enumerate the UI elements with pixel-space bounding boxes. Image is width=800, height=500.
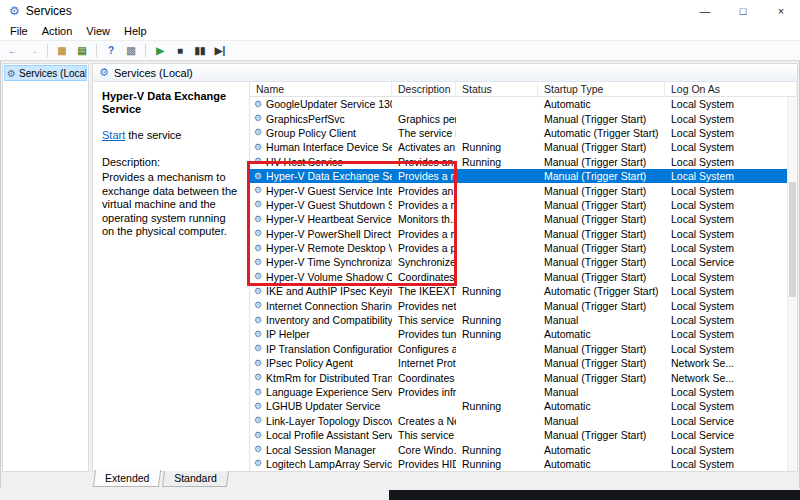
table-row[interactable]: ⚙IPsec Policy AgentInternet Prot...Manua… <box>250 356 797 370</box>
table-row[interactable]: ⚙Inventory and Compatibility...This serv… <box>250 313 797 327</box>
service-gear-icon: ⚙ <box>254 128 262 137</box>
column-header-description[interactable]: Description <box>392 82 456 96</box>
menu-view[interactable]: View <box>79 24 117 38</box>
menu-help[interactable]: Help <box>117 24 154 38</box>
table-row[interactable]: ⚙Group Policy ClientThe service i...Auto… <box>250 126 797 140</box>
maximize-button[interactable]: □ <box>724 0 762 22</box>
column-header-status[interactable]: Status <box>456 82 538 96</box>
service-logon-cell: Network Se... <box>665 357 797 369</box>
table-row[interactable]: ⚙Hyper-V Guest Service Interf...Provides… <box>250 183 797 197</box>
table-row[interactable]: ⚙Logitech LampArray ServiceProvides HID.… <box>250 457 797 471</box>
service-logon-cell: Local System <box>665 400 797 412</box>
scrollbar-thumb[interactable] <box>789 182 796 297</box>
table-row[interactable]: ⚙Hyper-V Data Exchange Serv...Provides a… <box>250 169 797 183</box>
show-console-tree-button[interactable]: ▦ <box>53 43 71 59</box>
table-row[interactable]: ⚙Link-Layer Topology Discove...Creates a… <box>250 414 797 428</box>
table-row[interactable]: ⚙Hyper-V Remote Desktop Vi...Provides a … <box>250 241 797 255</box>
table-row[interactable]: ⚙Hyper-V PowerShell Direct S...Provides … <box>250 227 797 241</box>
stop-service-button[interactable]: ■ <box>171 43 189 59</box>
table-row[interactable]: ⚙Hyper-V Volume Shadow Co...Coordinates … <box>250 270 797 284</box>
tree-item-services-local[interactable]: ⚙ Services (Local) <box>4 65 87 81</box>
restart-service-button[interactable]: ▶| <box>211 43 229 59</box>
minimize-button[interactable]: — <box>686 0 724 22</box>
service-name-cell: ⚙HV Host Service <box>250 156 392 168</box>
service-logon-cell: Local System <box>665 156 797 168</box>
window-bottom-frame <box>0 488 800 500</box>
service-description-cell: This service ... <box>392 429 456 441</box>
close-button[interactable]: × <box>762 0 800 22</box>
service-name-cell: ⚙GoogleUpdater Service 130.... <box>250 98 392 110</box>
service-logon-cell: Local System <box>665 199 797 211</box>
service-description-cell: Activates an... <box>392 141 456 153</box>
table-row[interactable]: ⚙Hyper-V Time Synchronizati...Synchroniz… <box>250 255 797 269</box>
table-row[interactable]: ⚙IP Translation Configuration ...Configu… <box>250 342 797 356</box>
service-logon-cell: Local System <box>665 300 797 312</box>
service-startup-type-cell: Manual (Trigger Start) <box>538 429 665 441</box>
properties-button[interactable]: ▧ <box>122 43 140 59</box>
table-row[interactable]: ⚙Internet Connection Sharing...Provides … <box>250 298 797 312</box>
service-logon-cell: Local System <box>665 242 797 254</box>
service-startup-type-cell: Manual (Trigger Start) <box>538 113 665 125</box>
export-list-button[interactable]: ▤ <box>73 43 91 59</box>
table-row[interactable]: ⚙LGHUB Updater ServiceRunningAutomaticLo… <box>250 399 797 413</box>
service-logon-cell: Network Se... <box>665 372 797 384</box>
console-tree-panel: ⚙ Services (Local) <box>2 63 89 472</box>
service-status-cell: Running <box>456 400 538 412</box>
service-gear-icon: ⚙ <box>254 272 262 281</box>
start-service-button[interactable]: ▶ <box>151 43 169 59</box>
table-row[interactable]: ⚙GraphicsPerfSvcGraphics per...Manual (T… <box>250 111 797 125</box>
start-service-link[interactable]: Start <box>102 129 125 141</box>
menu-action[interactable]: Action <box>35 24 80 38</box>
service-gear-icon: ⚙ <box>254 416 262 425</box>
help-button[interactable]: ? <box>102 43 120 59</box>
column-header-startup-type[interactable]: Startup Type <box>538 82 665 96</box>
service-startup-type-cell: Manual <box>538 415 665 427</box>
vertical-scrollbar[interactable] <box>787 97 797 471</box>
table-row[interactable]: ⚙Human Interface Device Serv...Activates… <box>250 140 797 154</box>
table-row[interactable]: ⚙IP HelperProvides tun...RunningAutomati… <box>250 327 797 341</box>
service-logon-cell: Local Service <box>665 415 797 427</box>
table-row[interactable]: ⚙Local Session ManagerCore Windo...Runni… <box>250 442 797 456</box>
service-description-cell: Provides a m... <box>392 228 456 240</box>
service-name-cell: ⚙IP Helper <box>250 328 392 340</box>
service-status-cell: Running <box>456 141 538 153</box>
service-name-cell: ⚙GraphicsPerfSvc <box>250 113 392 125</box>
table-row[interactable]: ⚙Hyper-V Guest Shutdown Se...Provides a … <box>250 198 797 212</box>
pause-service-button[interactable]: ▮▮ <box>191 43 209 59</box>
service-name-cell: ⚙Local Session Manager <box>250 444 392 456</box>
table-row[interactable]: ⚙GoogleUpdater Service 130....AutomaticL… <box>250 97 797 111</box>
service-gear-icon: ⚙ <box>254 388 262 397</box>
tab-extended[interactable]: Extended <box>93 470 162 487</box>
main-panel-header: ⚙ Services (Local) <box>93 64 797 82</box>
service-description-cell: Monitors th... <box>392 213 456 225</box>
service-name-cell: ⚙IP Translation Configuration ... <box>250 343 392 355</box>
service-startup-type-cell: Manual (Trigger Start) <box>538 141 665 153</box>
service-status-cell: Running <box>456 285 538 297</box>
column-header-log-on-as[interactable]: Log On As <box>665 82 797 96</box>
tab-standard[interactable]: Standard <box>162 471 229 487</box>
table-row[interactable]: ⚙Hyper-V Heartbeat ServiceMonitors th...… <box>250 212 797 226</box>
table-row[interactable]: ⚙KtmRm for Distributed Trans...Coordinat… <box>250 370 797 384</box>
toolbar-separator <box>145 44 146 57</box>
table-row[interactable]: ⚙HV Host ServiceProvides an i...RunningM… <box>250 155 797 169</box>
service-name-cell: ⚙LGHUB Updater Service <box>250 400 392 412</box>
service-description-cell: The service i... <box>392 127 456 139</box>
table-row[interactable]: ⚙Language Experience ServiceProvides inf… <box>250 385 797 399</box>
service-description-cell: Provides a pl... <box>392 242 456 254</box>
back-button[interactable]: ← <box>4 43 22 59</box>
table-row[interactable]: ⚙IKE and AuthIP IPsec Keying ...The IKEE… <box>250 284 797 298</box>
service-gear-icon: ⚙ <box>254 172 262 181</box>
service-description-cell: Provides a m... <box>392 199 456 211</box>
service-description-cell: Provides HID... <box>392 458 456 470</box>
service-startup-type-cell: Automatic (Trigger Start) <box>538 127 665 139</box>
service-startup-type-cell: Manual (Trigger Start) <box>538 199 665 211</box>
service-description-cell: Provides net... <box>392 300 456 312</box>
service-startup-type-cell: Automatic <box>538 458 665 470</box>
table-row[interactable]: ⚙Local Profile Assistant ServiceThis ser… <box>250 428 797 442</box>
forward-button[interactable]: → <box>24 43 42 59</box>
service-gear-icon: ⚙ <box>254 229 262 238</box>
menu-file[interactable]: File <box>3 24 35 38</box>
service-name-cell: ⚙IKE and AuthIP IPsec Keying ... <box>250 285 392 297</box>
column-header-name[interactable]: Name <box>250 82 392 96</box>
service-description-cell: This service ... <box>392 314 456 326</box>
